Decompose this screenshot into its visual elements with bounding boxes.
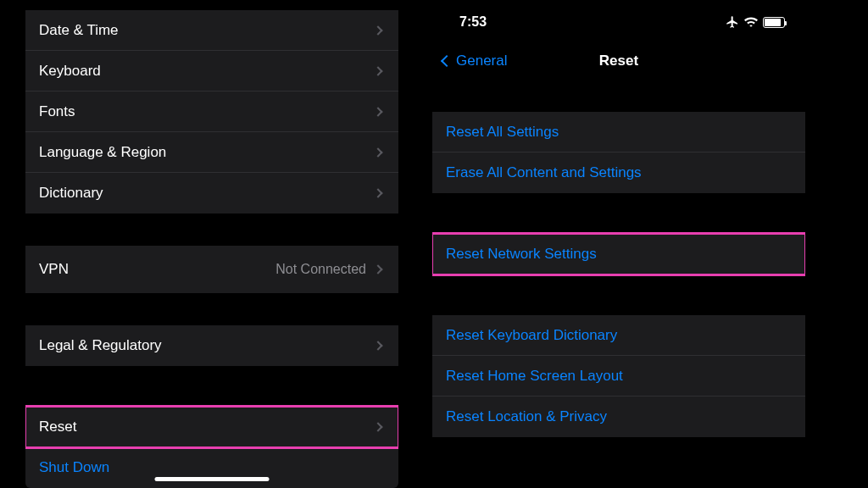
row-reset-network-settings[interactable]: Reset Network Settings (432, 234, 805, 274)
row-legal-regulatory[interactable]: Legal & Regulatory (25, 325, 398, 366)
row-erase-all-content[interactable]: Erase All Content and Settings (432, 152, 805, 193)
vpn-status-value: Not Connected (275, 262, 366, 277)
chevron-right-icon (373, 147, 382, 157)
row-label: Reset (39, 419, 76, 435)
row-reset-home-screen-layout[interactable]: Reset Home Screen Layout (432, 356, 805, 396)
row-label: Reset Keyboard Dictionary (446, 327, 617, 344)
back-button[interactable]: General (442, 53, 507, 69)
chevron-right-icon (373, 264, 382, 274)
status-time: 7:53 (459, 14, 487, 30)
chevron-right-icon (373, 422, 382, 431)
row-label: Erase All Content and Settings (446, 164, 642, 181)
row-keyboard[interactable]: Keyboard (25, 51, 398, 92)
row-label: Legal & Regulatory (39, 337, 162, 354)
row-language-region[interactable]: Language & Region (25, 132, 398, 173)
row-label: Reset Location & Privacy (446, 408, 607, 425)
chevron-right-icon (373, 341, 382, 350)
row-date-time[interactable]: Date & Time (25, 10, 398, 51)
row-label: Shut Down (39, 459, 109, 476)
row-shut-down[interactable]: Shut Down (25, 447, 398, 488)
back-label: General (456, 53, 507, 69)
row-label: VPN (39, 261, 69, 278)
airplane-mode-icon (726, 15, 739, 29)
row-vpn[interactable]: VPN Not Connected (25, 246, 398, 293)
row-reset-location-privacy[interactable]: Reset Location & Privacy (432, 396, 805, 437)
row-fonts[interactable]: Fonts (25, 92, 398, 132)
chevron-right-icon (373, 188, 382, 197)
row-label: Date & Time (39, 22, 119, 39)
row-reset-keyboard-dictionary[interactable]: Reset Keyboard Dictionary (432, 315, 805, 356)
row-label: Dictionary (39, 185, 103, 202)
chevron-left-icon (441, 55, 453, 67)
row-dictionary[interactable]: Dictionary (25, 173, 398, 214)
left-phone-general-settings: Date & Time Keyboard Fonts Language & Re… (25, 0, 398, 488)
nav-header: General Reset (432, 42, 805, 80)
status-bar: 7:53 (432, 5, 805, 39)
row-label: Language & Region (39, 144, 166, 161)
chevron-right-icon (373, 107, 382, 116)
chevron-right-icon (373, 25, 382, 35)
right-phone-reset-screen: 7:53 General Reset Reset All Settings Er… (432, 0, 805, 488)
row-label: Reset Network Settings (446, 246, 597, 263)
row-label: Fonts (39, 103, 75, 120)
row-label: Reset All Settings (446, 124, 559, 141)
battery-icon (763, 17, 785, 28)
row-label: Reset Home Screen Layout (446, 368, 623, 385)
wifi-icon (744, 17, 758, 27)
chevron-right-icon (373, 66, 382, 75)
home-indicator[interactable] (155, 477, 270, 481)
row-label: Keyboard (39, 63, 101, 80)
row-reset[interactable]: Reset (25, 407, 398, 447)
row-reset-all-settings[interactable]: Reset All Settings (432, 112, 805, 152)
